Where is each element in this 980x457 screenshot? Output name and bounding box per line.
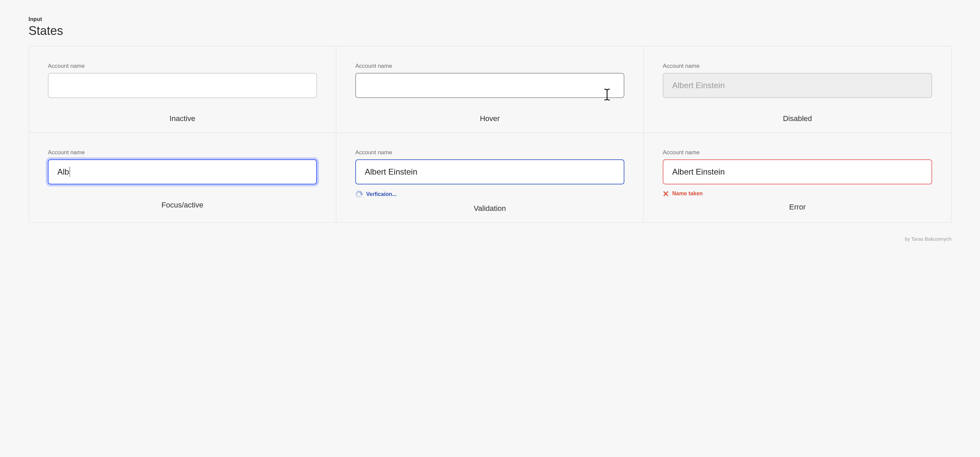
credit-text: by Taras Bakusevych	[29, 236, 951, 242]
state-caption: Inactive	[48, 114, 317, 123]
text-cursor-icon	[604, 89, 610, 101]
account-name-input-focus[interactable]: Alb	[48, 159, 317, 184]
error-helper: Name taken	[663, 190, 932, 197]
field-label: Account name	[663, 63, 932, 70]
state-hover: Account name Hover	[336, 46, 644, 133]
state-caption: Error	[663, 203, 932, 211]
validation-helper: Verficaion...	[355, 190, 624, 198]
state-disabled: Account name Albert Einstein Disabled	[644, 46, 951, 133]
state-caption: Validation	[355, 204, 624, 213]
section-eyebrow: Input	[29, 16, 951, 22]
helper-text: Name taken	[672, 190, 703, 197]
state-caption: Focus/active	[48, 201, 317, 209]
spinner-icon	[355, 190, 363, 198]
state-caption: Hover	[355, 114, 624, 123]
state-validation: Account name Albert Einstein Verficaion.…	[336, 133, 644, 222]
field-label: Account name	[355, 63, 624, 70]
account-name-input-hover[interactable]	[355, 73, 624, 98]
field-label: Account name	[355, 149, 624, 156]
states-grid: Account name Inactive Account name Hover…	[29, 46, 951, 223]
input-value: Albert Einstein	[365, 167, 417, 177]
field-label: Account name	[48, 149, 317, 156]
field-label: Account name	[663, 149, 932, 156]
error-x-icon	[663, 190, 669, 197]
state-error: Account name Albert Einstein Name taken …	[644, 133, 951, 222]
field-label: Account name	[48, 63, 317, 70]
account-name-input-error[interactable]: Albert Einstein	[663, 159, 932, 184]
input-value: Albert Einstein	[672, 81, 725, 90]
section-title: States	[29, 24, 951, 38]
input-value: Alb	[57, 167, 69, 177]
text-caret-icon	[70, 167, 70, 177]
helper-text: Verficaion...	[366, 191, 397, 197]
state-caption: Disabled	[663, 114, 932, 123]
state-focus: Account name Alb Focus/active	[29, 133, 336, 222]
account-name-input-validation[interactable]: Albert Einstein	[355, 159, 624, 184]
page: Input States Account name Inactive Accou…	[0, 0, 980, 250]
account-name-input-inactive[interactable]	[48, 73, 317, 98]
state-inactive: Account name Inactive	[29, 46, 336, 133]
account-name-input-disabled: Albert Einstein	[663, 73, 932, 98]
input-value: Albert Einstein	[672, 167, 725, 177]
